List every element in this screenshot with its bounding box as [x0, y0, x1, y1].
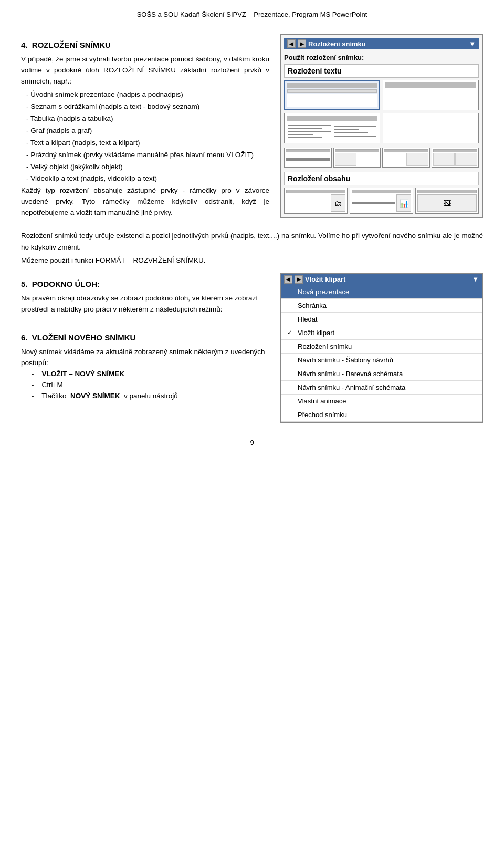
text-line	[334, 136, 377, 137]
mini-line	[384, 159, 405, 159]
list-item: Velký objekt (jakýkoliv objekt)	[26, 162, 269, 173]
text-line	[334, 132, 368, 133]
mini-thumb-2[interactable]	[333, 148, 381, 168]
menu-item-label: Hledat	[298, 315, 318, 323]
nav-back-btn[interactable]: ◀	[287, 39, 296, 48]
thumb-blank	[287, 94, 377, 107]
clipart-menu-item-1[interactable]: Schránka	[281, 299, 482, 313]
mini-half	[406, 153, 428, 166]
section6-body: Nový snímek vkládáme za aktuálně zobraze…	[21, 347, 269, 369]
list-item: Text a klipart (nadpis, text a klipart)	[26, 138, 269, 149]
mini-thumb-4[interactable]	[432, 148, 479, 168]
menu-item-label: Přechod snímku	[298, 411, 347, 419]
menu-item-label: Rozložení snímku	[298, 343, 352, 350]
page-number: 9	[250, 439, 254, 447]
mini-line	[384, 160, 405, 160]
section-text-label: Rozložení textu	[284, 64, 479, 78]
list-item: Graf (nadpis a graf)	[26, 126, 269, 137]
thumb-titlebar	[385, 82, 476, 88]
ct-text	[352, 194, 395, 212]
ct-body: 🗂	[286, 194, 345, 212]
section6-list: - VLOŽIT – NOVÝ SNÍMEK - Ctrl+M - Tlačít…	[32, 369, 269, 402]
mini-thumb-3[interactable]	[382, 148, 430, 168]
list-item: Tabulka (nadpis a tabulka)	[26, 113, 269, 125]
menu-item-label: Schránka	[298, 302, 327, 309]
panel-rozlozeni: ◀ ▶ Rozložení snímku ▼ Použít rozložení …	[280, 34, 483, 221]
section4-container: 4. ROZLOŽENÍ SNÍMKU V případě, že jsme s…	[21, 34, 483, 221]
content-thumb-3[interactable]: 🖼	[415, 188, 479, 214]
mini-two	[335, 153, 380, 166]
ct-title	[286, 190, 345, 193]
content-thumb-2[interactable]: 📊	[350, 188, 413, 214]
thumb-blank	[385, 89, 476, 98]
clipart-menu-item-9[interactable]: Přechod snímku	[281, 408, 482, 422]
mini-line	[286, 159, 330, 160]
panel-title: Rozložení snímku	[308, 40, 366, 48]
layout-thumb-4[interactable]	[383, 113, 479, 143]
section-content-label: Rozložení obsahu	[284, 172, 479, 185]
menu-item-label: Vložit klipart	[298, 329, 334, 337]
nav-forward-btn[interactable]: ▶	[298, 39, 306, 48]
ct-line	[287, 204, 329, 204]
clipart-nav-forward[interactable]: ▶	[295, 275, 303, 284]
panel-use-label: Použít rozložení snímku:	[284, 54, 479, 61]
mini-title	[286, 149, 330, 152]
ct-text	[286, 194, 330, 212]
thumb-subtitle	[287, 89, 377, 93]
list-item: Úvodní snímek prezentace (nadpis a podna…	[26, 89, 269, 100]
content-thumb-1[interactable]: 🗂	[284, 188, 348, 214]
clipart-menu-item-2[interactable]: Hledat	[281, 313, 482, 326]
clipart-titlebar: ◀ ▶ Vložit klipart ▼	[281, 274, 482, 285]
list-item: Seznam s odrážkami (nadpis a text - bodo…	[26, 101, 269, 112]
section4-list: Úvodní snímek prezentace (nadpis a podna…	[26, 89, 269, 184]
thumb-blank	[385, 116, 476, 141]
ct-line	[352, 203, 395, 204]
mini-line	[286, 160, 330, 161]
list-item: Prázdný snímek (prvky vkládáme manuálně …	[26, 150, 269, 161]
ct-body: 📊	[352, 194, 411, 212]
clipart-menu-item-5[interactable]: Návrh snímku - Šablony návrhů	[281, 354, 482, 367]
layout-thumb-2[interactable]	[383, 80, 479, 110]
panel-titlebar: ◀ ▶ Rozložení snímku ▼	[284, 38, 479, 49]
text-line	[288, 125, 331, 126]
section4-para2: Každý typ rozvržení obsahuje zástupné pr…	[21, 185, 269, 219]
ct-line	[287, 203, 329, 203]
ct-line	[352, 202, 395, 203]
clipart-menu-item-6[interactable]: Návrh snímku - Barevná schémata	[281, 367, 482, 381]
section4-title: 4. ROZLOŽENÍ SNÍMKU	[21, 39, 269, 51]
list-item: - VLOŽIT – NOVÝ SNÍMEK	[32, 369, 269, 380]
clipart-menu-item-3[interactable]: ✓ Vložit klipart	[281, 326, 482, 340]
mini-title	[384, 149, 428, 152]
panel-clipart: ◀ ▶ Vložit klipart ▼ Nová prezentace Sch…	[280, 273, 483, 423]
text-line	[334, 126, 377, 127]
section5-body: Na pravém okraji obrazovky se zobrazí po…	[21, 293, 269, 315]
clipart-menu-item-8[interactable]: Vlastní animace	[281, 395, 482, 408]
clipart-close-icon[interactable]: ▼	[472, 275, 479, 283]
layout-thumb-3[interactable]	[284, 113, 380, 143]
clipart-menu: Nová prezentace Schránka Hledat ✓ Vložit…	[281, 285, 482, 422]
layout-thumb-1[interactable]	[284, 80, 380, 110]
mini-line	[286, 158, 330, 159]
rozlozeni-panel-box: ◀ ▶ Rozložení snímku ▼ Použít rozložení …	[280, 34, 483, 218]
clipart-menu-item-7[interactable]: Návrh snímku - Animační schémata	[281, 381, 482, 395]
mini-thumb-1[interactable]	[284, 148, 332, 168]
mini-title	[433, 149, 478, 152]
ct-img-full: 🖼	[417, 194, 477, 212]
clipart-nav-back[interactable]: ◀	[284, 275, 292, 284]
menu-item-label: Nová prezentace	[298, 288, 349, 296]
section4-left: 4. ROZLOŽENÍ SNÍMKU V případě, že jsme s…	[21, 34, 269, 221]
thumb-titlebar	[287, 116, 377, 121]
clipart-menu-item-0[interactable]: Nová prezentace	[281, 285, 482, 299]
panel-close-icon[interactable]: ▼	[469, 40, 476, 48]
clipart-title: Vložit klipart	[305, 275, 345, 283]
section5-title: 5. PODOKNO ÚLOH:	[21, 278, 269, 290]
thumb-titlebar	[287, 83, 377, 88]
mini-two	[433, 153, 478, 166]
section4-fulltext: Rozložení snímků tedy určuje existenci a…	[21, 230, 483, 266]
ct-line	[287, 202, 329, 202]
clipart-menu-item-4[interactable]: Rozložení snímku	[281, 340, 482, 354]
text-line	[288, 128, 322, 129]
list-item: - Ctrl+M	[32, 380, 269, 391]
list-item: Videoklip a text (nadpis, videoklip a te…	[26, 173, 269, 184]
mini-half	[433, 153, 455, 166]
